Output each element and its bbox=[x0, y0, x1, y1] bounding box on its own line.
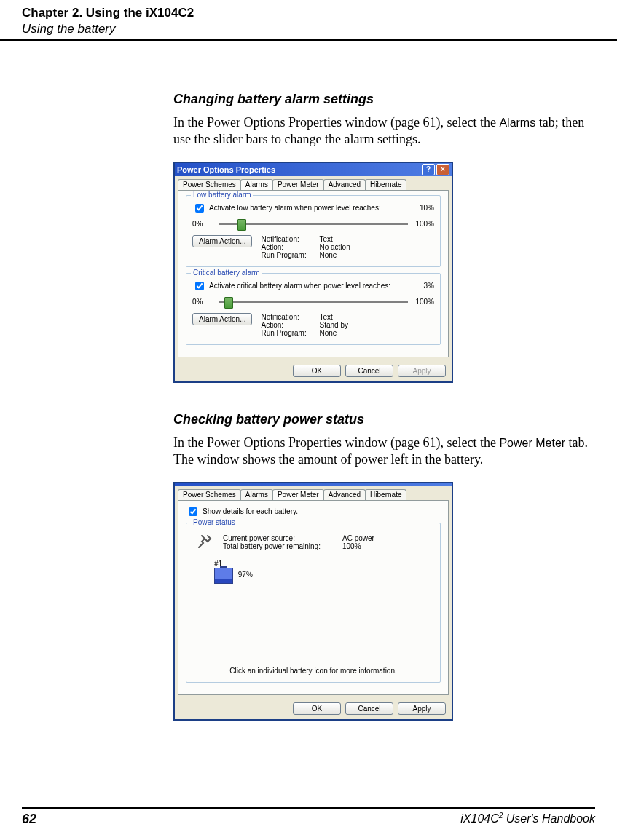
slider-thumb-icon[interactable] bbox=[224, 297, 233, 309]
page-number: 62 bbox=[22, 812, 36, 827]
tab-power-schemes-2[interactable]: Power Schemes bbox=[178, 489, 241, 500]
slider-max-label-2: 100% bbox=[414, 298, 434, 306]
tab-power-meter[interactable]: Power Meter bbox=[272, 179, 324, 190]
heading-changing-alarm: Changing battery alarm settings bbox=[173, 92, 595, 107]
kv-notification-label: Notification: bbox=[261, 235, 319, 243]
section-subtitle: Using the battery bbox=[22, 22, 595, 36]
ok-button-2[interactable]: OK bbox=[293, 702, 341, 715]
titlebar[interactable]: Power Options Properties ? × bbox=[175, 163, 452, 176]
low-battery-check-label: Activate low battery alarm when power le… bbox=[209, 204, 409, 212]
low-action-row: Alarm Action... Notification: Text Actio… bbox=[192, 235, 434, 259]
battery-percent: 97% bbox=[238, 571, 253, 579]
power-status-values: AC power 100% bbox=[342, 534, 401, 550]
kv-run-label: Run Program: bbox=[261, 251, 319, 259]
power-status-group-title: Power status bbox=[191, 518, 237, 526]
tab-strip: Power Schemes Alarms Power Meter Advance… bbox=[175, 176, 452, 190]
tab-hibernate[interactable]: Hibernate bbox=[365, 179, 406, 190]
tab-advanced[interactable]: Advanced bbox=[323, 179, 366, 190]
power-status-info: Current power source: Total battery powe… bbox=[197, 534, 434, 551]
kv-run-value: None bbox=[319, 251, 377, 259]
tab-power-meter-2[interactable]: Power Meter bbox=[272, 489, 324, 500]
critical-battery-check-row: Activate critical battery alarm when pow… bbox=[192, 280, 434, 293]
cancel-button[interactable]: Cancel bbox=[345, 365, 393, 377]
show-details-checkbox[interactable] bbox=[189, 507, 197, 516]
page-header: Chapter 2. Using the iX104C2 Using the b… bbox=[0, 0, 617, 41]
slider-max-label: 100% bbox=[414, 220, 434, 228]
low-alarm-action-button[interactable]: Alarm Action... bbox=[192, 235, 252, 247]
critical-kv-grid: Notification: Text Action: Stand by Run … bbox=[261, 313, 377, 337]
kv-notification-value: Text bbox=[319, 235, 377, 243]
remaining-value: 100% bbox=[342, 542, 401, 550]
book-title: iX104C2 User's Handbook bbox=[460, 812, 595, 827]
titlebar-text: Power Options Properties bbox=[177, 165, 420, 174]
ok-button[interactable]: OK bbox=[293, 365, 341, 377]
show-details-label: Show details for each battery. bbox=[203, 507, 298, 515]
kv-run-label-2: Run Program: bbox=[261, 329, 319, 337]
dialog-buttons-2: OK Cancel Apply bbox=[175, 698, 452, 719]
power-status-group: Power status Current power source: Total… bbox=[186, 523, 441, 683]
cancel-button-2[interactable]: Cancel bbox=[345, 702, 393, 715]
critical-battery-check-label: Activate critical battery alarm when pow… bbox=[209, 282, 409, 290]
power-status-labels: Current power source: Total battery powe… bbox=[223, 534, 339, 550]
low-battery-group: Low battery alarm Activate low battery a… bbox=[186, 195, 441, 267]
battery-row[interactable]: 97% bbox=[214, 568, 434, 584]
remaining-label: Total battery power remaining: bbox=[223, 542, 339, 550]
book-title-suffix: User's Handbook bbox=[503, 812, 595, 825]
power-options-dialog-power-meter: Power Schemes Alarms Power Meter Advance… bbox=[173, 482, 453, 721]
low-battery-checkbox[interactable] bbox=[195, 204, 204, 213]
para-checking-status: In the Power Options Properties window (… bbox=[173, 435, 595, 469]
critical-slider-row: 0% 100% bbox=[192, 297, 434, 307]
kv-run-value-2: None bbox=[319, 329, 377, 337]
kv-action-value-2: Stand by bbox=[319, 321, 377, 329]
battery-icon[interactable] bbox=[214, 568, 233, 584]
close-icon[interactable]: × bbox=[436, 164, 449, 175]
current-source-value: AC power bbox=[342, 534, 401, 542]
alarms-tab-name: Alarms bbox=[499, 116, 535, 129]
low-battery-value: 10% bbox=[412, 204, 434, 212]
power-meter-tab-name: Power Meter bbox=[499, 437, 565, 449]
tab-power-schemes[interactable]: Power Schemes bbox=[178, 179, 241, 190]
critical-alarm-action-button[interactable]: Alarm Action... bbox=[192, 313, 252, 325]
power-options-dialog-alarms: Power Options Properties ? × Power Schem… bbox=[173, 162, 453, 383]
current-source-label: Current power source: bbox=[223, 534, 339, 542]
critical-battery-group: Critical battery alarm Activate critical… bbox=[186, 273, 441, 345]
slider-min-label: 0% bbox=[192, 220, 213, 228]
slider-thumb-icon[interactable] bbox=[237, 219, 246, 231]
low-battery-check-row: Activate low battery alarm when power le… bbox=[192, 202, 434, 215]
kv-notification-label-2: Notification: bbox=[261, 313, 319, 321]
tab-body-alarms: Low battery alarm Activate low battery a… bbox=[178, 190, 449, 357]
tab-hibernate-2[interactable]: Hibernate bbox=[365, 489, 406, 500]
slider-min-label-2: 0% bbox=[192, 298, 213, 306]
tab-body-power-meter: Show details for each battery. Power sta… bbox=[178, 500, 449, 695]
kv-action-label-2: Action: bbox=[261, 321, 319, 329]
para2-text-a: In the Power Options Properties window (… bbox=[173, 435, 499, 450]
critical-battery-value: 3% bbox=[412, 282, 434, 290]
page-content: Changing battery alarm settings In the P… bbox=[0, 41, 617, 721]
kv-notification-value-2: Text bbox=[319, 313, 377, 321]
battery-hint: Click an individual battery icon for mor… bbox=[186, 667, 440, 675]
heading-checking-status: Checking battery power status bbox=[173, 412, 595, 427]
para-changing-alarm: In the Power Options Properties window (… bbox=[173, 114, 595, 148]
low-kv-grid: Notification: Text Action: No action Run… bbox=[261, 235, 377, 259]
tab-alarms-2[interactable]: Alarms bbox=[240, 489, 273, 500]
book-title-prefix: iX104C bbox=[460, 812, 498, 825]
kv-action-label: Action: bbox=[261, 243, 319, 251]
para-text-a: In the Power Options Properties window (… bbox=[173, 115, 499, 130]
critical-battery-checkbox[interactable] bbox=[195, 282, 204, 290]
tab-advanced-2[interactable]: Advanced bbox=[323, 489, 366, 500]
critical-battery-slider[interactable] bbox=[219, 297, 408, 307]
tab-strip-2: Power Schemes Alarms Power Meter Advance… bbox=[175, 486, 452, 500]
apply-button-2[interactable]: Apply bbox=[398, 702, 446, 715]
tab-alarms[interactable]: Alarms bbox=[240, 179, 273, 190]
battery-number: #1 bbox=[214, 560, 434, 568]
apply-button[interactable]: Apply bbox=[398, 365, 446, 377]
dialog-buttons: OK Cancel Apply bbox=[175, 360, 452, 381]
low-battery-group-title: Low battery alarm bbox=[191, 191, 253, 199]
battery-block: #1 97% bbox=[214, 560, 434, 584]
low-battery-slider[interactable] bbox=[219, 219, 408, 229]
help-icon[interactable]: ? bbox=[422, 164, 435, 175]
kv-action-value: No action bbox=[319, 243, 377, 251]
critical-action-row: Alarm Action... Notification: Text Actio… bbox=[192, 313, 434, 337]
plug-icon bbox=[197, 534, 217, 551]
critical-battery-group-title: Critical battery alarm bbox=[191, 269, 262, 277]
